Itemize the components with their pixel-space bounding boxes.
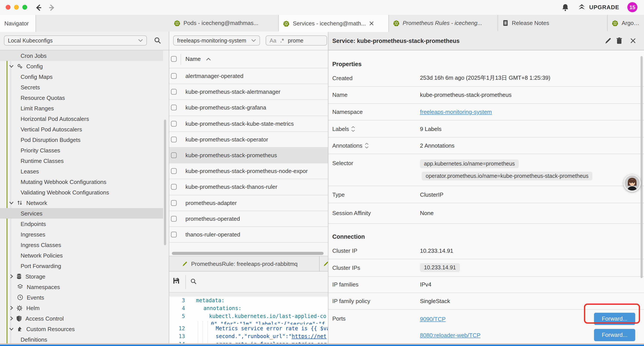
port-link[interactable]: 9090/TCP <box>420 316 446 322</box>
sidebar-item-port-forwarding[interactable]: Port Forwarding <box>0 261 169 271</box>
sidebar-item-secrets[interactable]: Secrets <box>0 82 169 92</box>
forward-button[interactable]: Forward... <box>594 329 635 341</box>
row-checkbox[interactable] <box>171 121 177 126</box>
sidebar-item-custom-resources[interactable]: Custom Resources <box>0 324 169 334</box>
tab-pods[interactable]: Pods - icecheng@mathmas... <box>170 15 279 31</box>
row-checkbox[interactable] <box>171 200 177 206</box>
sidebar-item-config-maps[interactable]: Config Maps <box>0 71 169 82</box>
forward-icon[interactable] <box>47 3 56 12</box>
editor-search-icon[interactable] <box>190 278 197 285</box>
edit-resource-icon[interactable] <box>604 37 612 44</box>
chevron-right-icon[interactable] <box>10 274 13 279</box>
search-input[interactable]: Aa .* prome <box>266 35 327 45</box>
table-row-prometheus-operated[interactable]: prometheus-operated <box>169 211 328 227</box>
chevron-down-icon[interactable] <box>9 327 14 331</box>
tab-release-notes[interactable]: Release Notes <box>498 15 608 31</box>
sidebar-item-network-policies[interactable]: Network Policies <box>0 250 169 261</box>
sidebar-item-storage[interactable]: Storage <box>0 271 169 282</box>
row-checkbox[interactable] <box>171 184 177 190</box>
sidebar-item-events[interactable]: Events <box>0 292 169 303</box>
chevron-right-icon[interactable] <box>10 316 13 321</box>
table-row-kube-prometheus-stack-alertmanager[interactable]: kube-prometheus-stack-alertmanager <box>169 84 328 100</box>
tab-services[interactable]: Services - icecheng@math... <box>279 15 389 32</box>
sidebar-item-resource-quotas[interactable]: Resource Quotas <box>0 92 169 103</box>
sidebar-item-definitions[interactable]: Definitions <box>0 334 169 345</box>
delete-resource-icon[interactable] <box>616 37 622 44</box>
sidebar-item-config[interactable]: Config <box>0 61 169 71</box>
row-checkbox[interactable] <box>171 137 177 142</box>
editor-tab-title[interactable]: PrometheusRule: freeleaps-prod-rabbitmq <box>191 260 298 267</box>
expand-collapse-icon[interactable] <box>364 143 368 148</box>
row-checkbox[interactable] <box>171 152 177 158</box>
sidebar-item-namespaces[interactable]: Namespaces <box>0 282 169 292</box>
table-row-alertmanager-operated[interactable]: alertmanager-operated <box>169 68 328 84</box>
sidebar-item-priority-classes[interactable]: Priority Classes <box>0 145 169 155</box>
match-case-toggle[interactable]: Aa <box>270 37 276 43</box>
sidebar-item-access-control[interactable]: Access Control <box>0 313 169 324</box>
table-row-kube-prometheus-stack-prometheus-node-expor[interactable]: kube-prometheus-stack-prometheus-node-ex… <box>169 163 328 179</box>
sidebar-item-validating-webhook-configurations[interactable]: Validating Webhook Configurations <box>0 187 169 198</box>
row-checkbox[interactable] <box>171 105 177 111</box>
close-panel-icon[interactable] <box>630 38 636 44</box>
column-name-header[interactable]: Name <box>186 56 200 62</box>
sidebar-item-pod-disruption-budgets[interactable]: Pod Disruption Budgets <box>0 134 169 145</box>
sidebar-item-runtime-classes[interactable]: Runtime Classes <box>0 155 169 166</box>
editor-link-text[interactable]: https://net <box>292 333 326 340</box>
sidebar-item-services[interactable]: Services <box>0 208 163 219</box>
expand-collapse-icon[interactable] <box>351 126 355 132</box>
table-row-kube-prometheus-stack-grafana[interactable]: kube-prometheus-stack-grafana <box>169 100 328 116</box>
upgrade-label[interactable]: UPGRADE <box>589 4 619 10</box>
row-checkbox[interactable] <box>171 216 177 222</box>
notification-count-badge[interactable]: 15 <box>627 2 638 12</box>
sidebar-item-helm[interactable]: HELMHelm <box>0 303 169 313</box>
chevron-right-icon[interactable] <box>10 306 13 310</box>
editor-tab-divider <box>319 256 320 272</box>
tab-argo[interactable]: Argo Se <box>608 15 644 31</box>
assistant-avatar[interactable] <box>624 174 641 192</box>
table-row-kube-prometheus-stack-prometheus[interactable]: kube-prometheus-stack-prometheus <box>169 148 328 163</box>
back-icon[interactable] <box>35 3 43 12</box>
sidebar-item-horizontal-pod-autoscalers[interactable]: Horizontal Pod Autoscalers <box>0 113 169 124</box>
notifications-bell-icon[interactable] <box>562 3 569 11</box>
table-row-prometheus-adapter[interactable]: prometheus-adapter <box>169 195 328 211</box>
sidebar-item-mutating-webhook-configurations[interactable]: Mutating Webhook Configurations <box>0 177 169 187</box>
row-checkbox[interactable] <box>171 73 177 79</box>
sidebar-scrollbar[interactable] <box>164 120 166 245</box>
table-row-thanos-ruler-operated[interactable]: thanos-ruler-operated <box>169 227 328 243</box>
sidebar-item-ingresses[interactable]: Ingresses <box>0 229 169 240</box>
namespace-link[interactable]: freeleaps-monitoring-system <box>420 109 492 115</box>
sidebar-item-network[interactable]: Network <box>0 198 169 208</box>
sidebar-item-limit-ranges[interactable]: Limit Ranges <box>0 103 169 113</box>
sidebar-item-ingress-classes[interactable]: Ingress Classes <box>0 240 169 250</box>
row-checkbox[interactable] <box>171 168 177 174</box>
table-row-kube-prometheus-stack-operator[interactable]: kube-prometheus-stack-operator <box>169 132 328 148</box>
regex-toggle[interactable]: .* <box>280 37 284 43</box>
sort-asc-icon[interactable] <box>206 58 211 61</box>
port-link[interactable]: 8080:reloader-web/TCP <box>420 332 480 338</box>
chevron-down-icon[interactable] <box>9 65 14 68</box>
sidebar-item-endpoints[interactable]: Endpoints <box>0 219 169 229</box>
sidebar-item-leases[interactable]: Leases <box>0 166 169 177</box>
select-all-checkbox[interactable] <box>171 56 177 62</box>
upgrade-icon[interactable] <box>577 3 586 12</box>
details-scrollbar[interactable] <box>640 56 643 278</box>
kubeconfig-select[interactable]: Local Kubeconfigs <box>4 35 147 45</box>
tab-navigator[interactable]: Navigator <box>0 15 36 32</box>
close-window-button[interactable] <box>6 5 10 10</box>
maximize-window-button[interactable] <box>22 5 27 10</box>
search-icon[interactable] <box>154 37 161 44</box>
row-checkbox[interactable] <box>171 232 177 237</box>
sidebar-item-vertical-pod-autoscalers[interactable]: Vertical Pod Autoscalers <box>0 124 169 134</box>
table-horizontal-scrollbar[interactable] <box>172 252 324 255</box>
namespace-select[interactable]: freeleaps-monitoring-system <box>173 35 260 45</box>
minimize-window-button[interactable] <box>14 5 19 10</box>
row-checkbox[interactable] <box>171 89 177 95</box>
sidebar-item-cron-jobs[interactable]: Cron Jobs <box>0 50 163 61</box>
save-icon[interactable] <box>173 277 180 284</box>
close-tab-icon[interactable] <box>369 21 374 26</box>
table-row-kube-prometheus-stack-kube-state-metrics[interactable]: kube-prometheus-stack-kube-state-metrics <box>169 116 328 132</box>
table-row-kube-prometheus-stack-thanos-ruler[interactable]: kube-prometheus-stack-thanos-ruler <box>169 179 328 195</box>
tab-prometheus-rules[interactable]: Prometheus Rules - icecheng... <box>389 15 498 31</box>
chevron-down-icon[interactable] <box>9 201 14 204</box>
yaml-editor[interactable]: 3metadata:4annotations:5kubectl.kubernet… <box>169 297 328 346</box>
